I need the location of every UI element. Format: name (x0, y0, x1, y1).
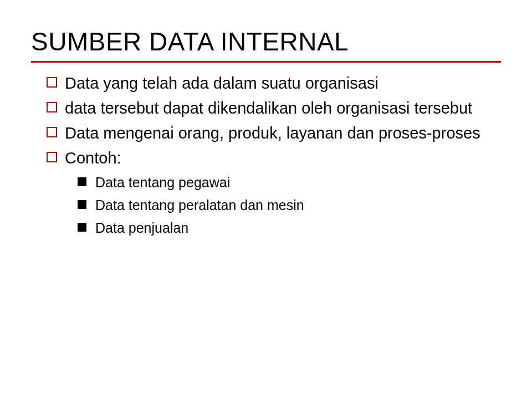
list-item: Data tentang peralatan dan mesin (78, 196, 501, 215)
square-outline-icon (47, 127, 57, 137)
list-item: data tersebut dapat dikendalikan oleh or… (47, 98, 501, 119)
square-filled-icon (78, 223, 86, 232)
sub-bullet-text: Data tentang pegawai (95, 173, 501, 192)
sub-bullet-text: Data tentang peralatan dan mesin (95, 196, 501, 215)
list-item: Contoh: (47, 147, 501, 169)
bullet-text: Contoh: (65, 147, 501, 169)
bullet-text: Data yang telah ada dalam suatu organisa… (65, 73, 501, 94)
bullet-text: data tersebut dapat dikendalikan oleh or… (65, 98, 501, 119)
list-item: Data penjualan (78, 218, 501, 238)
square-outline-icon (47, 152, 57, 162)
list-item: Data mengenai orang, produk, layanan dan… (47, 122, 501, 144)
list-item: Data tentang pegawai (78, 173, 501, 192)
bullet-list: Data yang telah ada dalam suatu organisa… (31, 73, 501, 170)
list-item: Data yang telah ada dalam suatu organisa… (47, 73, 501, 94)
bullet-text: Data mengenai orang, produk, layanan dan… (65, 122, 501, 144)
title-underline (31, 61, 501, 63)
square-outline-icon (47, 77, 57, 88)
sub-bullet-list: Data tentang pegawai Data tentang perala… (31, 173, 501, 238)
slide-title: SUMBER DATA INTERNAL (31, 27, 501, 57)
square-filled-icon (78, 177, 86, 186)
square-filled-icon (78, 200, 86, 209)
square-outline-icon (47, 102, 57, 112)
sub-bullet-text: Data penjualan (95, 218, 501, 238)
